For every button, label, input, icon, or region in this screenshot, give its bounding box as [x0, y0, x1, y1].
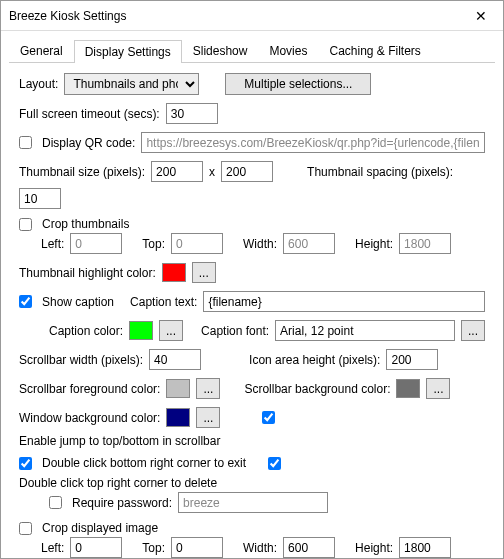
thumb-highlight-picker-button[interactable]: ... [192, 262, 216, 283]
caption-color-swatch[interactable] [129, 321, 153, 340]
tab-display-settings[interactable]: Display Settings [74, 40, 182, 63]
crop-thumb-width-label: Width: [243, 237, 277, 251]
caption-color-picker-button[interactable]: ... [159, 320, 183, 341]
show-caption-label: Show caption [42, 295, 114, 309]
icon-area-height-input[interactable] [386, 349, 438, 370]
layout-select[interactable]: Thumbnails and photo [64, 73, 199, 95]
multiple-selections-button[interactable]: Multiple selections... [225, 73, 371, 95]
tab-content: Layout: Thumbnails and photo Multiple se… [1, 63, 503, 559]
scrollbar-fg-picker-button[interactable]: ... [196, 378, 220, 399]
crop-thumb-width-input [283, 233, 335, 254]
scrollbar-width-input[interactable] [149, 349, 201, 370]
caption-color-label: Caption color: [49, 324, 123, 338]
window-bg-swatch[interactable] [166, 408, 190, 427]
thumb-size-label: Thumbnail size (pixels): [19, 165, 145, 179]
scrollbar-bg-label: Scrollbar background color: [244, 382, 390, 396]
require-password-label: Require password: [72, 496, 172, 510]
thumb-highlight-swatch[interactable] [162, 263, 186, 282]
scrollbar-fg-label: Scrollbar foreground color: [19, 382, 160, 396]
tab-general[interactable]: General [9, 39, 74, 62]
crop-disp-height-label: Height: [355, 541, 393, 555]
crop-thumb-left-input [70, 233, 122, 254]
crop-disp-width-input[interactable] [283, 537, 335, 558]
thumb-height-input[interactable] [221, 161, 273, 182]
layout-label: Layout: [19, 77, 58, 91]
thumb-x-label: x [209, 165, 215, 179]
caption-text-label: Caption text: [130, 295, 197, 309]
dblclick-delete-checkbox[interactable] [268, 457, 281, 470]
dblclick-exit-checkbox[interactable] [19, 457, 32, 470]
crop-disp-left-label: Left: [41, 541, 64, 555]
scrollbar-width-label: Scrollbar width (pixels): [19, 353, 143, 367]
window-title: Breeze Kiosk Settings [9, 9, 126, 23]
caption-text-input[interactable] [203, 291, 485, 312]
fullscreen-timeout-input[interactable] [166, 103, 218, 124]
window-bg-picker-button[interactable]: ... [196, 407, 220, 428]
show-caption-checkbox[interactable] [19, 295, 32, 308]
display-qr-checkbox[interactable] [19, 136, 32, 149]
caption-font-input[interactable] [275, 320, 455, 341]
close-icon[interactable]: ✕ [459, 1, 503, 30]
scrollbar-bg-swatch[interactable] [396, 379, 420, 398]
caption-font-label: Caption font: [201, 324, 269, 338]
tab-caching-filters[interactable]: Caching & Filters [318, 39, 431, 62]
thumb-spacing-input[interactable] [19, 188, 61, 209]
enable-jump-checkbox[interactable] [262, 411, 275, 424]
crop-displayed-checkbox[interactable] [19, 522, 32, 535]
crop-disp-top-input[interactable] [171, 537, 223, 558]
thumb-spacing-label: Thumbnail spacing (pixels): [307, 165, 453, 179]
require-password-input [178, 492, 328, 513]
crop-thumb-height-input [399, 233, 451, 254]
crop-disp-height-input[interactable] [399, 537, 451, 558]
crop-thumb-top-input [171, 233, 223, 254]
crop-thumb-left-label: Left: [41, 237, 64, 251]
tab-slideshow[interactable]: Slideshow [182, 39, 259, 62]
scrollbar-bg-picker-button[interactable]: ... [426, 378, 450, 399]
crop-displayed-label: Crop displayed image [42, 521, 158, 535]
fullscreen-timeout-label: Full screen timeout (secs): [19, 107, 160, 121]
tab-movies[interactable]: Movies [258, 39, 318, 62]
crop-thumb-top-label: Top: [142, 237, 165, 251]
qr-url-input [141, 132, 485, 153]
dblclick-delete-label: Double click top right corner to delete [19, 476, 217, 490]
caption-font-picker-button[interactable]: ... [461, 320, 485, 341]
crop-thumb-height-label: Height: [355, 237, 393, 251]
enable-jump-label: Enable jump to top/bottom in scrollbar [19, 434, 220, 448]
thumb-highlight-label: Thumbnail highlight color: [19, 266, 156, 280]
titlebar: Breeze Kiosk Settings ✕ [1, 1, 503, 31]
display-qr-label: Display QR code: [42, 136, 135, 150]
window-bg-label: Window background color: [19, 411, 160, 425]
crop-thumbnails-label: Crop thumbnails [42, 217, 129, 231]
crop-disp-width-label: Width: [243, 541, 277, 555]
scrollbar-fg-swatch[interactable] [166, 379, 190, 398]
crop-disp-top-label: Top: [142, 541, 165, 555]
crop-thumbnails-checkbox[interactable] [19, 218, 32, 231]
thumb-width-input[interactable] [151, 161, 203, 182]
icon-area-height-label: Icon area height (pixels): [249, 353, 380, 367]
require-password-checkbox[interactable] [49, 496, 62, 509]
dblclick-exit-label: Double click bottom right corner to exit [42, 456, 246, 470]
crop-disp-left-input[interactable] [70, 537, 122, 558]
tabbar: General Display Settings Slideshow Movie… [9, 39, 495, 63]
